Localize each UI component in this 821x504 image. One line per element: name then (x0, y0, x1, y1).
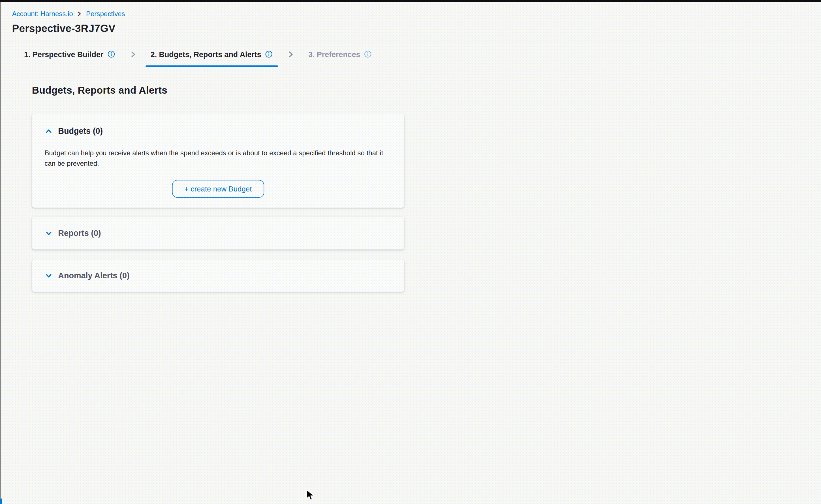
chevron-down-icon (45, 272, 52, 279)
reports-card-title: Reports (0) (58, 228, 101, 238)
perspective-wizard-page: Account: Harness.io Perspectives Perspec… (0, 0, 821, 504)
anomaly-alerts-card-toggle[interactable]: Anomaly Alerts (0) (45, 259, 129, 292)
chevron-down-icon (45, 229, 52, 237)
window-edge-top (0, 0, 821, 2)
reports-card-toggle[interactable]: Reports (0) (45, 217, 101, 250)
step-separator-chevron-icon (287, 51, 294, 57)
tab-budgets-reports-alerts-label: 2. Budgets, Reports and Alerts (150, 50, 261, 59)
chevron-up-icon (45, 128, 52, 135)
breadcrumb-account-link[interactable]: Account: Harness.io (12, 10, 73, 18)
page-header: Account: Harness.io Perspectives Perspec… (0, 2, 821, 41)
create-new-budget-button[interactable]: + create new Budget (172, 180, 265, 198)
window-edge-bottom-left-accent (0, 499, 2, 504)
tab-perspective-builder-label: 1. Perspective Builder (24, 50, 103, 59)
info-icon[interactable] (364, 50, 372, 58)
tab-budgets-reports-alerts[interactable]: 2. Budgets, Reports and Alerts (145, 41, 278, 67)
section-heading: Budgets, Reports and Alerts (32, 85, 167, 96)
reports-card: Reports (0) (32, 217, 404, 250)
anomaly-alerts-card-title: Anomaly Alerts (0) (58, 271, 129, 280)
tab-preferences-label: 3. Preferences (308, 50, 360, 59)
breadcrumb-chevron-icon (77, 12, 82, 16)
step-separator-chevron-icon (130, 51, 136, 57)
budgets-description: Budget can help you receive alerts when … (44, 148, 388, 168)
mouse-cursor (306, 489, 315, 503)
info-icon[interactable] (107, 50, 115, 58)
tab-preferences[interactable]: 3. Preferences (303, 41, 377, 67)
budgets-card: Budgets (0) Budget can help you receive … (32, 113, 404, 208)
window-edge-left (0, 2, 1, 498)
page-title: Perspective-3RJ7GV (12, 23, 115, 35)
anomaly-alerts-card: Anomaly Alerts (0) (32, 259, 404, 292)
breadcrumb: Account: Harness.io Perspectives (12, 10, 125, 18)
breadcrumb-perspectives-link[interactable]: Perspectives (86, 10, 125, 18)
tab-perspective-builder[interactable]: 1. Perspective Builder (19, 41, 120, 67)
wizard-steps: 1. Perspective Builder 2. Budgets, Repor… (19, 41, 377, 67)
info-icon[interactable] (265, 50, 273, 58)
budgets-card-title: Budgets (0) (58, 127, 103, 136)
budgets-card-toggle[interactable]: Budgets (0) (45, 125, 103, 137)
